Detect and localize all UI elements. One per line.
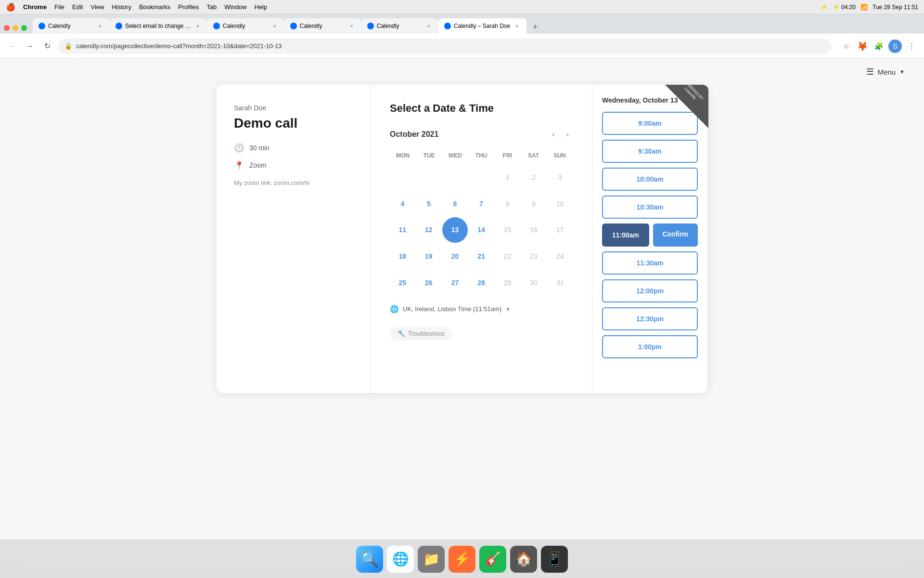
maximize-window-btn[interactable] xyxy=(21,25,27,31)
dock-music[interactable]: 🎸 xyxy=(479,546,506,573)
time-slot-1030[interactable]: 10:30am xyxy=(602,196,698,219)
more-options-icon[interactable]: ⋮ xyxy=(905,39,918,53)
day-30-4-5: 30 xyxy=(521,270,547,295)
time-slot-900[interactable]: 9:00am xyxy=(602,112,698,135)
day-20-3-2[interactable]: 20 xyxy=(442,244,468,269)
menu-tab[interactable]: Tab xyxy=(206,3,217,11)
day-empty-0-1 xyxy=(416,165,442,190)
menu-profiles[interactable]: Profiles xyxy=(178,3,199,11)
new-tab-button[interactable]: + xyxy=(528,20,542,34)
dock-lightning[interactable]: ⚡ xyxy=(449,546,475,573)
day-29-4-4: 29 xyxy=(495,270,520,295)
back-button[interactable]: ← xyxy=(6,39,19,53)
day-13-2-2[interactable]: 13 xyxy=(442,217,468,243)
extension-fox-icon[interactable]: 🦊 xyxy=(856,39,869,53)
menu-edit[interactable]: Edit xyxy=(72,3,83,11)
menu-view[interactable]: View xyxy=(90,3,104,11)
troubleshoot-button[interactable]: 🔧 Troubleshoot xyxy=(390,327,452,340)
tab-calendly-4[interactable]: Calendly × xyxy=(284,18,361,34)
profile-icon[interactable]: S xyxy=(888,39,902,53)
day-11-2-0[interactable]: 11 xyxy=(390,217,415,243)
tab-favicon-1 xyxy=(38,23,45,29)
day-19-3-1[interactable]: 19 xyxy=(416,244,442,269)
wrench-icon: 🔧 xyxy=(398,330,405,337)
day-16-2-5: 16 xyxy=(521,217,547,243)
menu-help[interactable]: Help xyxy=(255,3,268,11)
day-5-1-1[interactable]: 5 xyxy=(416,191,442,217)
dock-chrome[interactable]: 🌐 xyxy=(387,546,414,573)
chrome-icon: 🌐 xyxy=(392,551,409,567)
confirm-button[interactable]: Confirm xyxy=(653,223,698,247)
menu-label: Menu xyxy=(878,68,896,76)
time-slot-1130[interactable]: 11:30am xyxy=(602,251,698,275)
time-slot-1230[interactable]: 12:30pm xyxy=(602,307,698,330)
scheduling-widget: POWERED BYCalendly Sarah Doe Demo call 🕐… xyxy=(217,85,707,393)
bookmark-icon[interactable]: ☆ xyxy=(839,39,853,53)
tab-close-5[interactable]: × xyxy=(425,22,433,30)
left-panel: Sarah Doe Demo call 🕐 30 min 📍 Zoom My z… xyxy=(217,85,371,393)
day-28-4-3[interactable]: 28 xyxy=(469,270,494,295)
tab-calendly-3[interactable]: Calendly × xyxy=(207,18,284,34)
clock: Tue 28 Sep 11:51 xyxy=(873,4,918,11)
day-27-4-2[interactable]: 27 xyxy=(442,270,468,295)
tab-label-6: Calendly – Sarah Doe xyxy=(454,23,510,29)
menu-file[interactable]: File xyxy=(54,3,64,11)
time-slot-1100[interactable]: 11:00am xyxy=(602,223,649,247)
tab-close-2[interactable]: × xyxy=(194,22,202,30)
minimize-window-btn[interactable] xyxy=(13,25,18,31)
day-header-fri: FRI xyxy=(494,150,520,161)
tab-close-3[interactable]: × xyxy=(271,22,279,30)
location-detail: 📍 Zoom xyxy=(234,160,353,171)
day-14-2-3[interactable]: 14 xyxy=(469,217,494,243)
tab-calendly-5[interactable]: Calendly × xyxy=(361,18,438,34)
day-25-4-0[interactable]: 25 xyxy=(390,270,415,295)
dock-finder[interactable]: 🔍 xyxy=(356,546,383,573)
day-header-mon: MON xyxy=(390,150,416,161)
next-month-button[interactable]: › xyxy=(563,128,573,141)
day-header-tue: TUE xyxy=(416,150,442,161)
day-12-2-1[interactable]: 12 xyxy=(416,217,442,243)
tab-close-6[interactable]: × xyxy=(513,22,521,30)
day-6-1-2[interactable]: 6 xyxy=(442,191,468,217)
day-7-1-3[interactable]: 7 xyxy=(469,191,494,217)
tab-calendly-1[interactable]: Calendly × xyxy=(33,18,110,34)
reload-button[interactable]: ↻ xyxy=(40,39,54,53)
hamburger-menu[interactable]: ☰ Menu ▼ xyxy=(866,66,905,77)
day-9-1-5: 9 xyxy=(521,191,547,217)
time-slot-1000[interactable]: 10:00am xyxy=(602,168,698,191)
extensions-icon[interactable]: 🧩 xyxy=(872,39,886,53)
forward-button[interactable]: → xyxy=(23,39,37,53)
day-26-4-1[interactable]: 26 xyxy=(416,270,442,295)
tab-close-1[interactable]: × xyxy=(96,22,104,30)
lightning-icon: ⚡ xyxy=(454,551,471,567)
menu-history[interactable]: History xyxy=(112,3,131,11)
clock-icon: 🕐 xyxy=(234,143,244,153)
tab-sarah-doe[interactable]: Calendly – Sarah Doe × xyxy=(438,18,526,34)
phone-icon: 📱 xyxy=(546,551,563,567)
time-slot-100[interactable]: 1:00pm xyxy=(602,335,698,358)
day-4-1-0[interactable]: 4 xyxy=(390,191,415,217)
dock-folder[interactable]: 📁 xyxy=(418,546,445,573)
apple-icon[interactable]: 🍎 xyxy=(6,2,15,12)
menu-bookmarks[interactable]: Bookmarks xyxy=(139,3,170,11)
panel-title: Select a Date & Time xyxy=(390,102,573,115)
month-year: October 2021 xyxy=(390,130,438,139)
close-window-btn[interactable] xyxy=(4,25,10,31)
url-bar[interactable]: 🔒 calendly.com/pagecollective/demo-call?… xyxy=(58,39,832,54)
day-18-3-0[interactable]: 18 xyxy=(390,244,415,269)
tab-select-email[interactable]: Select email to change … × xyxy=(110,18,207,34)
location-text: Zoom xyxy=(249,161,267,169)
timezone-row[interactable]: 🌐 UK, Ireland, Lisbon Time (11:51am) ▼ xyxy=(390,305,573,314)
tab-close-4[interactable]: × xyxy=(348,22,356,30)
prev-month-button[interactable]: ‹ xyxy=(548,128,558,141)
time-slot-1200[interactable]: 12:00pm xyxy=(602,279,698,302)
duration-detail: 🕐 30 min xyxy=(234,143,353,153)
event-title: Demo call xyxy=(234,116,353,131)
day-23-3-5: 23 xyxy=(521,244,547,269)
dock-phone[interactable]: 📱 xyxy=(541,546,568,573)
finder-icon: 🔍 xyxy=(360,550,379,568)
day-21-3-3[interactable]: 21 xyxy=(469,244,494,269)
dock-home[interactable]: 🏠 xyxy=(510,546,537,573)
time-slot-930[interactable]: 9:30am xyxy=(602,140,698,163)
menu-window[interactable]: Window xyxy=(224,3,246,11)
